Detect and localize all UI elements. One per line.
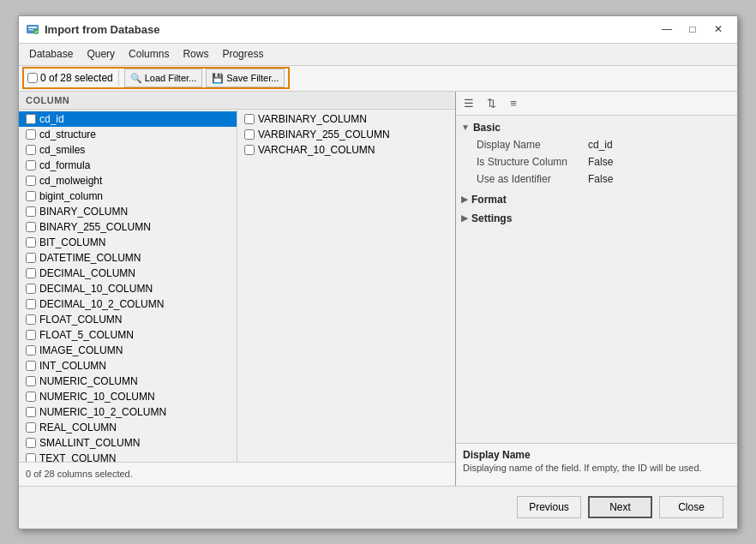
list-item[interactable]: DECIMAL_10_COLUMN bbox=[19, 281, 237, 296]
list-item-text: VARCHAR_10_COLUMN bbox=[258, 144, 375, 156]
list-item-text: DECIMAL_10_COLUMN bbox=[39, 283, 153, 295]
menu-query[interactable]: Query bbox=[80, 44, 122, 65]
sort-icon-btn[interactable]: ☰ bbox=[459, 93, 478, 112]
list-item-text: BIT_COLUMN bbox=[39, 236, 105, 248]
list-item[interactable]: TEXT_COLUMN bbox=[19, 451, 237, 462]
list-item-checkbox[interactable] bbox=[26, 206, 36, 217]
menu-rows[interactable]: Rows bbox=[176, 44, 215, 65]
list-view-icon-btn[interactable]: ≡ bbox=[504, 93, 523, 112]
list-item[interactable]: DATETIME_COLUMN bbox=[19, 250, 237, 266]
toolbar-separator-1 bbox=[118, 69, 119, 87]
format-section-header[interactable]: ▶ Format bbox=[456, 191, 737, 208]
list-item-checkbox[interactable] bbox=[26, 145, 36, 155]
list-item-text: VARBINARY_COLUMN bbox=[258, 113, 367, 125]
list-item-checkbox[interactable] bbox=[244, 145, 255, 155]
select-all-checkbox[interactable] bbox=[27, 73, 38, 83]
toolbar: 0 of 28 selected 🔍 Load Filter... 💾 Save… bbox=[19, 66, 737, 92]
maximize-button[interactable]: □ bbox=[681, 20, 705, 39]
column-list-area: cd_idcd_structurecd_smilescd_formulacd_m… bbox=[19, 110, 455, 462]
status-text-left: 0 of 28 columns selected. bbox=[26, 469, 133, 479]
list-item-text: FLOAT_5_COLUMN bbox=[39, 329, 134, 341]
properties-panel: ▼ Basic Display Namecd_idIs Structure Co… bbox=[456, 116, 737, 443]
list-item-checkbox[interactable] bbox=[26, 268, 36, 278]
list-item[interactable]: cd_molweight bbox=[19, 173, 237, 188]
list-item[interactable]: FLOAT_COLUMN bbox=[19, 312, 237, 327]
list-item-checkbox[interactable] bbox=[26, 129, 36, 140]
minimize-button[interactable]: — bbox=[655, 20, 679, 39]
settings-section: ▶ Settings bbox=[456, 210, 737, 227]
list-item-text: NUMERIC_10_2_COLUMN bbox=[39, 406, 166, 418]
az-sort-icon-btn[interactable]: ⇅ bbox=[482, 93, 501, 112]
menu-columns[interactable]: Columns bbox=[122, 44, 176, 65]
list-item[interactable]: cd_id bbox=[19, 111, 237, 127]
list-item[interactable]: VARCHAR_10_COLUMN bbox=[237, 142, 455, 158]
list-item[interactable]: cd_formula bbox=[19, 158, 237, 173]
basic-section-header[interactable]: ▼ Basic bbox=[456, 119, 737, 136]
close-button[interactable]: ✕ bbox=[706, 20, 730, 39]
select-all-checkbox-label[interactable]: 0 of 28 selected bbox=[27, 72, 113, 84]
settings-section-label: Settings bbox=[471, 212, 512, 224]
list-item-checkbox[interactable] bbox=[26, 453, 36, 462]
list-item-text: cd_molweight bbox=[39, 175, 102, 187]
list-item-checkbox[interactable] bbox=[26, 422, 36, 433]
list-item-checkbox[interactable] bbox=[26, 114, 36, 124]
list-item[interactable]: DECIMAL_10_2_COLUMN bbox=[19, 296, 237, 312]
settings-chevron-icon: ▶ bbox=[461, 213, 468, 223]
selected-count-label: 0 of 28 selected bbox=[40, 72, 113, 84]
list-item[interactable]: REAL_COLUMN bbox=[19, 420, 237, 435]
list-item-checkbox[interactable] bbox=[26, 237, 36, 248]
list-item[interactable]: BIT_COLUMN bbox=[19, 235, 237, 250]
list-item-checkbox[interactable] bbox=[26, 176, 36, 186]
list-item-checkbox[interactable] bbox=[244, 129, 255, 140]
list-item-checkbox[interactable] bbox=[26, 160, 36, 170]
app-icon bbox=[26, 22, 39, 36]
list-item-text: INT_COLUMN bbox=[39, 360, 106, 372]
menu-progress[interactable]: Progress bbox=[215, 44, 270, 65]
list-item[interactable]: cd_smiles bbox=[19, 142, 237, 158]
list-item[interactable]: INT_COLUMN bbox=[19, 358, 237, 374]
list-item-checkbox[interactable] bbox=[26, 253, 36, 263]
previous-button[interactable]: Previous bbox=[517, 496, 581, 518]
save-filter-icon: 💾 bbox=[212, 73, 224, 84]
svg-rect-1 bbox=[28, 27, 37, 28]
list-item[interactable]: DECIMAL_COLUMN bbox=[19, 266, 237, 281]
status-bar-left: 0 of 28 columns selected. bbox=[19, 462, 455, 486]
list-item-checkbox[interactable] bbox=[26, 361, 36, 371]
settings-section-header[interactable]: ▶ Settings bbox=[456, 210, 737, 227]
save-filter-button[interactable]: 💾 Save Filter... bbox=[206, 69, 285, 87]
prop-value: False bbox=[588, 173, 613, 185]
list-item[interactable]: NUMERIC_10_COLUMN bbox=[19, 389, 237, 404]
list-item[interactable]: NUMERIC_COLUMN bbox=[19, 374, 237, 389]
list-item[interactable]: BINARY_COLUMN bbox=[19, 204, 237, 219]
list-item[interactable]: NUMERIC_10_2_COLUMN bbox=[19, 404, 237, 420]
list-item-checkbox[interactable] bbox=[26, 392, 36, 402]
list-item-text: cd_formula bbox=[39, 159, 90, 171]
menu-database[interactable]: Database bbox=[22, 44, 80, 65]
list-item-checkbox[interactable] bbox=[26, 345, 36, 356]
list-item[interactable]: cd_structure bbox=[19, 127, 237, 142]
list-item-checkbox[interactable] bbox=[26, 299, 36, 309]
close-button-bottom[interactable]: Close bbox=[659, 496, 723, 518]
next-button[interactable]: Next bbox=[588, 496, 652, 518]
svg-point-3 bbox=[33, 29, 39, 34]
list-item-checkbox[interactable] bbox=[26, 222, 36, 232]
list-item[interactable]: VARBINARY_255_COLUMN bbox=[237, 127, 455, 142]
list-item-checkbox[interactable] bbox=[244, 114, 255, 124]
prop-row: Use as IdentifierFalse bbox=[473, 170, 734, 188]
list-item[interactable]: bigint_column bbox=[19, 188, 237, 204]
list-item-checkbox[interactable] bbox=[26, 438, 36, 448]
list-item[interactable]: FLOAT_5_COLUMN bbox=[19, 327, 237, 343]
filter-group: 0 of 28 selected 🔍 Load Filter... 💾 Save… bbox=[22, 67, 290, 89]
list-item[interactable]: VARBINARY_COLUMN bbox=[237, 111, 455, 127]
list-item[interactable]: SMALLINT_COLUMN bbox=[19, 435, 237, 451]
list-item-checkbox[interactable] bbox=[26, 191, 36, 201]
list-item-text: BINARY_COLUMN bbox=[39, 206, 128, 218]
list-item-checkbox[interactable] bbox=[26, 314, 36, 325]
list-item-checkbox[interactable] bbox=[26, 330, 36, 340]
list-item-checkbox[interactable] bbox=[26, 376, 36, 386]
list-item[interactable]: IMAGE_COLUMN bbox=[19, 343, 237, 358]
load-filter-button[interactable]: 🔍 Load Filter... bbox=[124, 69, 203, 87]
list-item-checkbox[interactable] bbox=[26, 284, 36, 294]
list-item-checkbox[interactable] bbox=[26, 407, 36, 417]
list-item[interactable]: BINARY_255_COLUMN bbox=[19, 219, 237, 235]
